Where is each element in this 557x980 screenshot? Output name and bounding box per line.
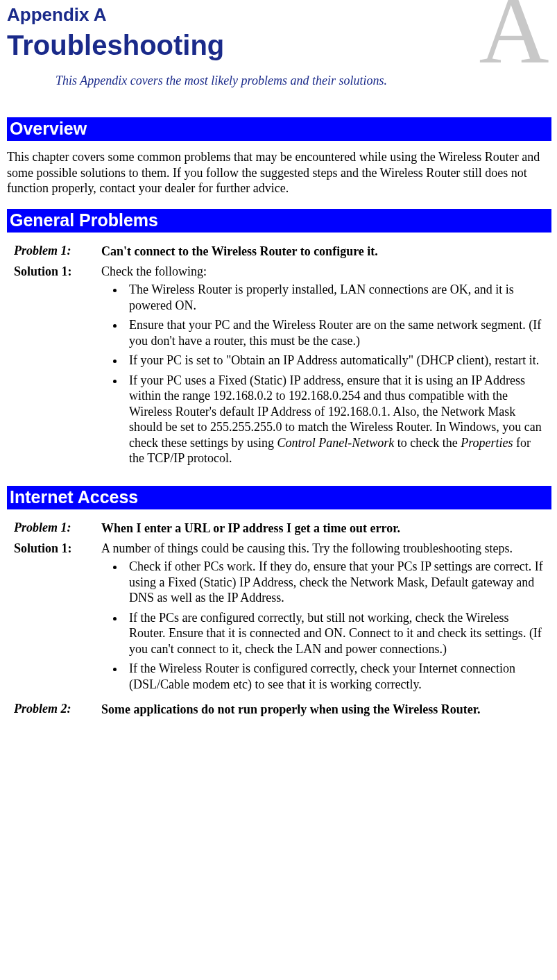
- solution-intro: Check the following:: [101, 264, 207, 278]
- internet-access-table: Problem 1: When I enter a URL or IP addr…: [11, 518, 549, 720]
- problem-text: When I enter a URL or IP address I get a…: [101, 521, 400, 535]
- solution-intro: A number of things could be causing this…: [101, 541, 513, 555]
- solution-label: Solution 1:: [14, 264, 72, 278]
- list-item: The Wireless Router is properly installe…: [125, 282, 545, 313]
- solution-bullet-list: The Wireless Router is properly installe…: [101, 282, 545, 466]
- list-item: Check if other PCs work. If they do, ens…: [125, 559, 545, 606]
- problem-label: Problem 2:: [14, 702, 71, 716]
- section-heading-general: General Problems: [7, 209, 551, 233]
- overview-paragraph: This chapter covers some common problems…: [7, 149, 551, 196]
- solution-label: Solution 1:: [14, 541, 72, 555]
- appendix-label: Appendix A: [7, 0, 551, 26]
- page-title: Troubleshooting: [7, 27, 551, 61]
- solution-bullet-list: Check if other PCs work. If they do, ens…: [101, 559, 545, 692]
- list-item: If the PCs are configured correctly, but…: [125, 610, 545, 657]
- problem-label: Problem 1:: [14, 244, 71, 257]
- problem-text: Some applications do not run properly wh…: [101, 702, 481, 716]
- problem-label: Problem 1:: [14, 521, 71, 534]
- problem-text: Can't connect to the Wireless Router to …: [101, 244, 378, 258]
- subtitle: This Appendix covers the most likely pro…: [55, 74, 551, 88]
- list-item: Ensure that your PC and the Wireless Rou…: [125, 317, 545, 348]
- section-heading-internet: Internet Access: [7, 486, 551, 509]
- list-item: If the Wireless Router is configured cor…: [125, 661, 545, 692]
- list-item: If your PC is set to "Obtain an IP Addre…: [125, 353, 545, 369]
- general-problems-table: Problem 1: Can't connect to the Wireless…: [11, 241, 549, 473]
- list-item: If your PC uses a Fixed (Static) IP addr…: [125, 373, 545, 466]
- section-heading-overview: Overview: [7, 117, 551, 141]
